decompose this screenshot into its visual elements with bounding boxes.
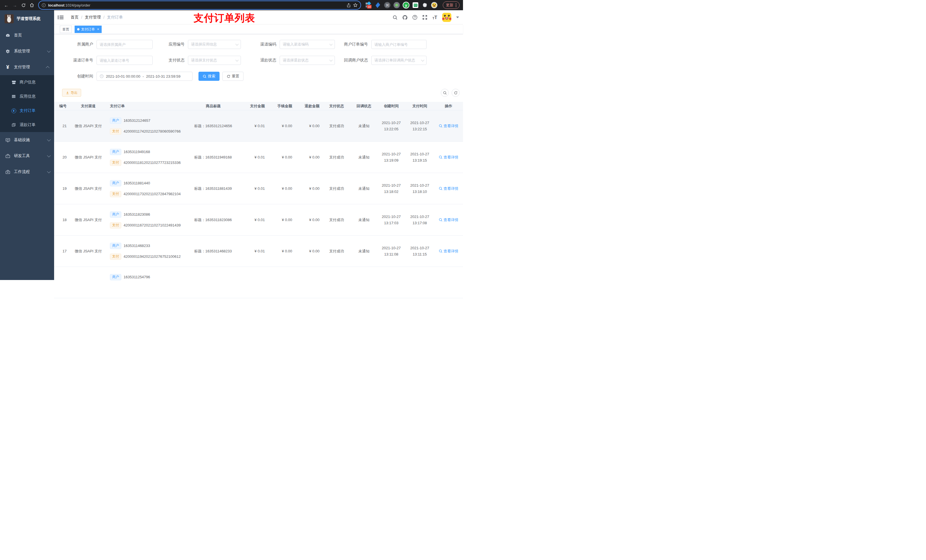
refresh-table-button[interactable]: [452, 89, 460, 97]
channel-code-select[interactable]: 请输入渠道编码: [280, 40, 335, 49]
filter-notify-status: 回调商户状态 请选择订单回调商户状态: [337, 56, 427, 65]
emoji-profile-icon[interactable]: [431, 2, 438, 9]
sidebar-item-workflow[interactable]: 工作流程: [0, 164, 54, 180]
star-icon[interactable]: [353, 3, 358, 8]
pay-status: 支付成功: [322, 142, 351, 173]
puzzle-icon[interactable]: [421, 2, 428, 9]
reset-button[interactable]: 重置: [222, 72, 244, 81]
tab-pay-order[interactable]: 支付订单 ×: [75, 26, 101, 33]
extension-diamond-icon[interactable]: 10: [365, 2, 372, 9]
order-id: 17: [54, 235, 70, 267]
search-icon: [203, 74, 206, 78]
view-detail-link[interactable]: 查看详情: [439, 186, 458, 191]
sidebar-item-merchant-info[interactable]: 商户信息: [0, 75, 54, 89]
tab-home[interactable]: 首页: [60, 26, 72, 33]
chevron-down-icon: [330, 42, 333, 45]
filter-create-time: 创建时间 2021-10-01 00:00:00 - 2021-10-31 23…: [60, 72, 192, 81]
product-title: 标题：1635311881439: [186, 173, 240, 204]
pay-tag: 支付: [110, 254, 121, 260]
notify-status: 未通知: [351, 173, 377, 204]
font-size-icon[interactable]: TT: [432, 15, 437, 20]
extensions-bar: 10 ⌘ y: [365, 2, 438, 9]
browser-menu-icon[interactable]: [455, 3, 457, 7]
pay-amount: ¥ 0.01: [240, 235, 268, 267]
create-time: 2021-10-2713:17:03: [377, 204, 406, 235]
caret-down-icon[interactable]: [456, 17, 459, 18]
action-cell: 查看详情: [434, 235, 463, 267]
pay-time: 2021-10-2713:18:10: [406, 173, 434, 204]
sidebar-item-app-info[interactable]: 应用信息: [0, 89, 54, 104]
toggle-search-button[interactable]: [441, 89, 449, 97]
product-title: 标题：1635311949168: [186, 142, 240, 173]
sidebar-item-infrastructure[interactable]: 基础设施: [0, 132, 54, 148]
search-button[interactable]: 搜索: [198, 72, 219, 81]
export-button[interactable]: 导出: [62, 89, 81, 97]
refund-status-select[interactable]: 请选择退款状态: [280, 56, 335, 65]
orders-table: 编号 支付渠道 支付订单 商品标题 支付金额 手续金额 退款金额 支付状态 回调…: [54, 102, 463, 280]
refund-order-icon: [11, 122, 16, 127]
view-detail-link[interactable]: 查看详情: [439, 217, 458, 222]
avatar[interactable]: [442, 13, 451, 22]
search-icon: [443, 91, 447, 95]
extension-command-icon[interactable]: ⌘: [384, 2, 391, 9]
chevron-down-icon: [330, 58, 333, 62]
refund-amount: ¥ 0.00: [295, 204, 322, 235]
close-icon[interactable]: ×: [97, 27, 99, 31]
create-time: 2021-10-2713:11:08: [377, 235, 406, 267]
view-detail-link[interactable]: 查看详情: [439, 155, 458, 160]
forward-icon[interactable]: →: [11, 1, 19, 9]
extension-chat-icon[interactable]: [412, 2, 419, 9]
refund-amount: [295, 267, 322, 280]
pay-amount: ¥ 0.01: [240, 142, 268, 173]
channel-order-no-input[interactable]: [100, 58, 150, 63]
update-button[interactable]: 更新: [443, 2, 460, 9]
product-title: 标题：1635311468233: [186, 235, 240, 267]
pay-channel: 微信 JSAPI 支付: [70, 204, 106, 235]
pay-order-icon: ¥: [11, 108, 16, 113]
pay-time: 2021-10-2713:11:15: [406, 235, 434, 267]
app-no-select[interactable]: 请选择应用信息: [188, 40, 241, 49]
reload-icon[interactable]: [20, 1, 27, 9]
breadcrumb-home[interactable]: 首页: [71, 15, 79, 20]
date-range-input[interactable]: 2021-10-01 00:00:00 - 2021-10-31 23:59:5…: [97, 72, 192, 81]
merchant-order-no-input[interactable]: [374, 42, 424, 47]
merchant-tag: 商户: [110, 149, 121, 155]
sidebar-item-devtools[interactable]: 研发工具: [0, 148, 54, 164]
view-detail-link[interactable]: 查看详情: [439, 124, 458, 128]
refund-amount: ¥ 0.00: [295, 142, 322, 173]
fullscreen-icon[interactable]: [422, 15, 427, 20]
order-id: 19: [54, 173, 70, 204]
channel-pay-no: 4200001167202110271022491439: [124, 223, 181, 227]
sidebar-item-payment[interactable]: ¥ 支付管理: [0, 59, 54, 75]
back-icon[interactable]: ←: [2, 1, 10, 9]
share-icon[interactable]: [346, 3, 351, 8]
apps-grid-icon: [11, 94, 16, 99]
info-icon[interactable]: [42, 3, 46, 8]
fold-sidebar-icon[interactable]: [57, 15, 64, 20]
extension-record-icon[interactable]: [393, 2, 400, 9]
chevron-up-icon: [46, 66, 50, 70]
navbar: 首页 / 支付管理 / 支付订单 TT: [54, 10, 463, 24]
sidebar-item-system[interactable]: 系统管理: [0, 43, 54, 59]
sidebar-item-pay-order[interactable]: ¥ 支付订单: [0, 104, 54, 118]
chevron-down-icon: [421, 58, 424, 62]
pay-order-cell: 商户 1635311468233 支付 42000011942021102767…: [106, 235, 186, 267]
table-row: 17 微信 JSAPI 支付 商户 1635311468233 支付 42000…: [54, 235, 463, 267]
notify-status-select[interactable]: 请选择订单回调商户状态: [371, 56, 427, 65]
sidebar-item-refund-order[interactable]: 退款订单: [0, 118, 54, 132]
merchant-input[interactable]: [100, 42, 150, 47]
pay-channel: [70, 267, 106, 280]
help-icon[interactable]: [412, 15, 418, 20]
extension-y-icon[interactable]: y: [402, 2, 410, 9]
view-detail-link[interactable]: 查看详情: [439, 249, 458, 254]
pay-order-cell: 商户 1635311254796 支付: [106, 267, 186, 280]
pay-status-select[interactable]: 请选择支付状态: [188, 56, 241, 65]
sidebar-item-home[interactable]: 首页: [0, 27, 54, 43]
extension-kite-icon[interactable]: [374, 2, 381, 9]
search-icon[interactable]: [392, 15, 398, 20]
app-logo[interactable]: 芋道管理系统: [0, 10, 54, 27]
url-bar[interactable]: localhost:1024/pay/order: [39, 1, 360, 9]
github-icon[interactable]: [402, 15, 407, 20]
home-icon[interactable]: [28, 1, 36, 9]
pay-status: [322, 267, 351, 280]
